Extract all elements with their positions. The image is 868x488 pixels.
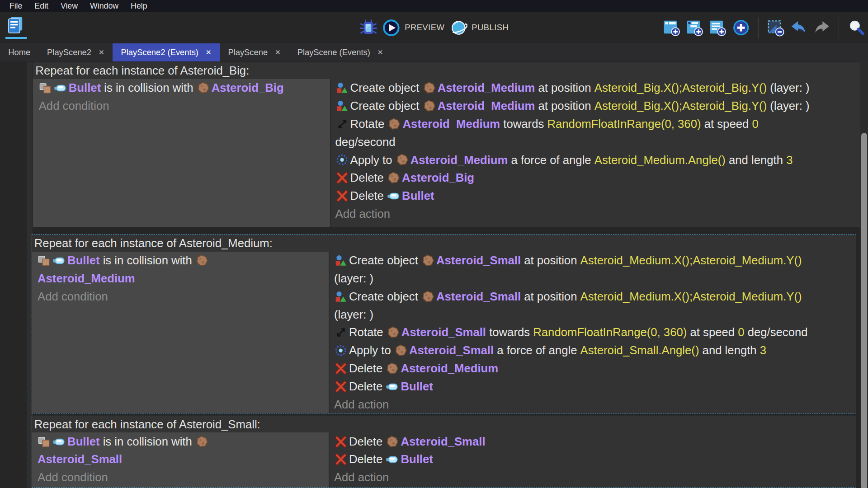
tab-playscene2-events[interactable]: PlayScene2 (Events)✕ <box>113 43 220 61</box>
tab-close-icon[interactable]: ✕ <box>275 49 281 56</box>
action-row[interactable]: Create object Asteroid_Medium at positio… <box>335 79 860 97</box>
object-name: Asteroid_Medium <box>438 99 535 113</box>
expression: Asteroid_Big.X();Asteroid_Big.Y() <box>594 81 767 94</box>
add-condition-button[interactable]: Add condition <box>38 469 329 487</box>
condition-row[interactable]: Bullet is in collision with Asteroid_Big <box>39 79 330 97</box>
event-repeat-header[interactable]: Repeat for each instance of Asteroid_Big… <box>33 62 860 79</box>
object-name: Bullet <box>69 81 101 94</box>
publish-button[interactable]: PUBLISH <box>449 19 509 37</box>
tab-close-icon[interactable]: ✕ <box>99 49 104 56</box>
add-subevent-icon[interactable] <box>685 19 703 37</box>
menu-item-view[interactable]: View <box>54 0 84 12</box>
conditions-column: Bullet is in collision with Asteroid_Med… <box>32 252 330 413</box>
action-row[interactable]: Apply to Asteroid_Small a force of angle… <box>334 342 856 360</box>
menu-item-file[interactable]: File <box>3 0 28 12</box>
event-text: is in collision with <box>100 254 195 267</box>
event-text: towards <box>486 326 533 339</box>
actions-column: Delete Asteroid_SmallDelete BulletAdd ac… <box>330 432 856 487</box>
event-text: Delete <box>349 362 386 375</box>
action-row[interactable]: Apply to Asteroid_Medium a force of angl… <box>335 151 860 169</box>
tab-label: PlayScene2 (Events) <box>121 47 198 57</box>
add-condition-button[interactable]: Add condition <box>38 287 329 305</box>
action-row[interactable]: (layer: ) <box>334 305 856 324</box>
action-row[interactable]: Delete Bullet <box>334 377 856 395</box>
menu-item-window[interactable]: Window <box>84 0 125 12</box>
action-row[interactable]: Delete Asteroid_Small <box>334 432 856 450</box>
expression: RandomFloatInRange(0, 360) <box>533 326 687 339</box>
action-row[interactable]: Delete Asteroid_Big <box>335 169 860 187</box>
tab-label: PlayScene (Events) <box>297 47 370 57</box>
event-body: Bullet is in collision with Asteroid_Big… <box>33 79 860 227</box>
event-text: and length <box>699 344 760 357</box>
asteroid-icon <box>386 435 399 448</box>
redo-icon[interactable] <box>813 19 831 37</box>
menu-item-help[interactable]: Help <box>125 0 153 12</box>
event-text: is in collision with <box>100 435 195 448</box>
event-repeat-header[interactable]: Repeat for each instance of Asteroid_Med… <box>32 235 856 252</box>
object-name: Asteroid_Medium <box>38 272 135 285</box>
asteroid-icon <box>387 117 401 131</box>
action-row[interactable]: (layer: ) <box>334 270 856 288</box>
tab-label: Home <box>8 47 30 57</box>
remove-event-icon[interactable] <box>766 19 784 37</box>
condition-row[interactable]: Bullet is in collision with <box>38 432 329 450</box>
action-row[interactable]: Delete Bullet <box>334 450 856 469</box>
undo-icon[interactable] <box>789 19 807 37</box>
collision-icon <box>38 254 51 267</box>
action-row[interactable]: Rotate Asteroid_Medium towards RandomFlo… <box>335 115 860 133</box>
delete-icon <box>334 435 347 448</box>
condition-row[interactable]: Asteroid_Small <box>38 450 329 469</box>
add-action-button[interactable]: Add action <box>334 395 856 413</box>
debug-bug-icon[interactable] <box>359 19 377 37</box>
tab-close-icon[interactable]: ✕ <box>377 49 383 56</box>
object-name: Asteroid_Small <box>436 290 521 303</box>
tab-close-icon[interactable]: ✕ <box>206 49 212 56</box>
condition-row[interactable]: Bullet is in collision with <box>38 252 329 270</box>
event-block-3[interactable]: Repeat for each instance of Asteroid_Sma… <box>32 416 856 488</box>
tab-playscene-events[interactable]: PlayScene (Events)✕ <box>289 43 392 61</box>
action-row[interactable]: Rotate Asteroid_Small towards RandomFloa… <box>334 324 856 342</box>
event-text: at speed <box>701 117 752 131</box>
tab-home[interactable]: Home <box>0 43 39 61</box>
event-repeat-header[interactable]: Repeat for each instance of Asteroid_Sma… <box>32 416 856 433</box>
object-name: Asteroid_Small <box>409 344 494 357</box>
asteroid-icon <box>396 153 409 166</box>
event-text: Create object <box>350 81 423 94</box>
preview-button[interactable]: PREVIEW <box>382 19 444 37</box>
add-event-icon[interactable] <box>662 19 680 37</box>
event-text: (layer: ) <box>767 81 809 94</box>
asteroid-icon <box>195 435 208 448</box>
expression: Asteroid_Big.X();Asteroid_Big.Y() <box>594 99 767 113</box>
event-text: Delete <box>350 171 387 184</box>
add-new-icon[interactable] <box>732 19 750 37</box>
add-action-button[interactable]: Add action <box>334 469 856 487</box>
add-comment-icon[interactable] <box>708 19 726 37</box>
scrollbar-thumb[interactable] <box>861 133 867 488</box>
event-block-2[interactable]: Repeat for each instance of Asteroid_Med… <box>32 235 856 413</box>
action-row[interactable]: deg/second <box>335 133 860 151</box>
conditions-column: Bullet is in collision with Asteroid_Big… <box>33 79 330 227</box>
object-name: Asteroid_Big <box>402 171 474 184</box>
action-row[interactable]: Create object Asteroid_Medium at positio… <box>335 97 860 115</box>
tab-playscene2[interactable]: PlayScene2✕ <box>39 43 113 61</box>
project-manager-icon <box>5 15 27 35</box>
asteroid-icon <box>386 362 399 375</box>
search-icon[interactable] <box>847 19 865 37</box>
bullet-icon <box>54 81 67 94</box>
gdevelop-window: FileEditViewWindowHelp PREVIEW PUBLISH H… <box>0 0 868 488</box>
add-condition-button[interactable]: Add condition <box>39 97 330 115</box>
action-row[interactable]: Delete Asteroid_Medium <box>334 360 856 378</box>
menu-item-edit[interactable]: Edit <box>28 0 55 12</box>
event-block-1[interactable]: Repeat for each instance of Asteroid_Big… <box>33 62 860 227</box>
expression: Asteroid_Medium.X();Asteroid_Medium.Y() <box>580 290 802 303</box>
action-row[interactable]: Create object Asteroid_Small at position… <box>334 252 856 270</box>
project-manager-button[interactable] <box>5 15 27 40</box>
add-action-button[interactable]: Add action <box>335 205 860 223</box>
event-text: and length <box>726 154 786 167</box>
condition-row[interactable]: Asteroid_Medium <box>38 270 329 288</box>
action-row[interactable]: Create object Asteroid_Small at position… <box>334 287 856 305</box>
publish-label: PUBLISH <box>472 23 509 33</box>
event-text: (layer: ) <box>334 308 373 321</box>
action-row[interactable]: Delete Bullet <box>335 187 860 205</box>
tab-playscene[interactable]: PlayScene✕ <box>220 43 289 61</box>
